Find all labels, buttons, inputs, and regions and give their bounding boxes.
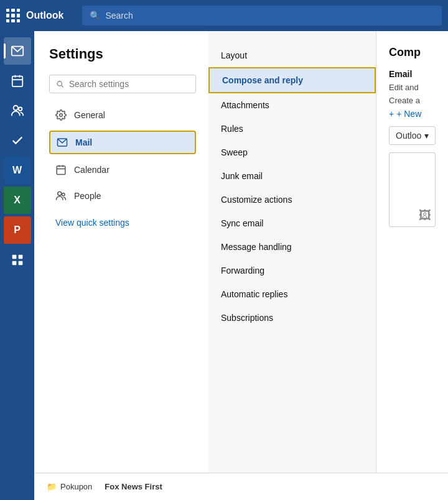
bottom-item-foxnews-label: Fox News First — [105, 482, 162, 491]
global-search-input[interactable] — [105, 11, 434, 21]
svg-rect-1 — [12, 76, 22, 87]
bottom-bar: 📁 Pokupon Fox News First — [34, 473, 448, 500]
nav-item-mail[interactable]: Mail — [49, 131, 196, 154]
nav-item-mail-label: Mail — [75, 137, 92, 147]
svg-rect-8 — [18, 255, 22, 259]
sidebar-icon-excel[interactable]: X — [4, 187, 31, 214]
nav-item-general-label: General — [74, 110, 105, 120]
people-nav-icon — [55, 190, 67, 201]
middle-item-message-handling[interactable]: Message handling — [208, 235, 376, 259]
middle-item-subscriptions[interactable]: Subscriptions — [208, 306, 376, 330]
settings-modal: Settings General Mail — [34, 31, 448, 473]
image-icon: 🖼 — [419, 208, 431, 223]
new-link-label: + New — [396, 109, 421, 119]
dropdown-box[interactable]: Outloo ▾ — [389, 126, 436, 145]
settings-title: Settings — [49, 46, 196, 62]
search-icon: 🔍 — [90, 11, 100, 21]
search-settings-box[interactable] — [49, 75, 196, 93]
settings-left-panel: Settings General Mail — [34, 31, 208, 473]
new-link[interactable]: + + New — [389, 109, 436, 119]
svg-rect-10 — [18, 261, 22, 266]
middle-item-forwarding[interactable]: Forwarding — [208, 259, 376, 282]
svg-rect-15 — [57, 166, 65, 175]
sidebar-icon-people[interactable] — [4, 97, 31, 124]
svg-line-12 — [62, 85, 63, 87]
middle-item-customize-actions[interactable]: Customize actions — [208, 188, 376, 211]
text-area-mock[interactable]: 🖼 — [389, 152, 436, 227]
sidebar-icon-word[interactable]: W — [4, 157, 31, 184]
svg-point-6 — [18, 108, 22, 111]
gear-icon — [55, 109, 67, 121]
right-subtitle: Email — [389, 69, 436, 79]
global-search-bar[interactable]: 🔍 — [82, 6, 442, 25]
middle-item-compose-reply[interactable]: Compose and reply — [208, 67, 376, 93]
middle-item-automatic-replies[interactable]: Automatic replies — [208, 282, 376, 306]
plus-icon: + — [389, 109, 394, 119]
search-settings-input[interactable] — [69, 79, 189, 89]
sidebar-icon-apps[interactable] — [4, 246, 31, 274]
sidebar-icon-calendar[interactable] — [4, 67, 31, 95]
right-text1: Edit and — [389, 83, 436, 92]
middle-item-layout[interactable]: Layout — [208, 44, 376, 67]
middle-item-junk-email[interactable]: Junk email — [208, 164, 376, 188]
search-settings-icon — [56, 80, 64, 88]
bottom-item-pokupon[interactable]: 📁 Pokupon — [47, 482, 92, 491]
svg-point-5 — [13, 106, 17, 110]
svg-rect-7 — [12, 255, 16, 259]
sidebar-icon-mail[interactable] — [4, 37, 31, 65]
svg-point-13 — [60, 114, 63, 117]
chevron-down-icon: ▾ — [424, 131, 429, 141]
sidebar-icon-powerpoint[interactable]: P — [4, 216, 31, 244]
right-text2: Create a — [389, 96, 436, 105]
sidebar-icon-tasks[interactable] — [4, 127, 31, 154]
settings-middle-panel: Layout Compose and reply Attachments Rul… — [208, 31, 376, 473]
nav-item-people-label: People — [74, 191, 101, 201]
nav-item-calendar[interactable]: Calendar — [49, 159, 196, 180]
view-quick-settings[interactable]: View quick settings — [49, 214, 196, 231]
middle-item-attachments[interactable]: Attachments — [208, 93, 376, 117]
calendar-nav-icon — [55, 164, 67, 175]
nav-item-calendar-label: Calendar — [74, 165, 110, 175]
svg-rect-9 — [12, 261, 16, 266]
nav-item-people[interactable]: People — [49, 185, 196, 206]
middle-item-rules[interactable]: Rules — [208, 117, 376, 141]
bottom-item-pokupon-label: Pokupon — [60, 482, 92, 491]
svg-point-11 — [57, 81, 62, 86]
middle-item-sweep[interactable]: Sweep — [208, 141, 376, 164]
mail-nav-icon — [57, 137, 68, 148]
top-bar: Outlook 🔍 — [0, 0, 448, 31]
dropdown-value: Outloo — [396, 131, 421, 141]
svg-point-20 — [62, 193, 65, 197]
svg-point-19 — [58, 192, 62, 195]
right-panel-title: Comp — [389, 46, 436, 59]
nav-item-general[interactable]: General — [49, 104, 196, 126]
middle-item-sync-email[interactable]: Sync email — [208, 211, 376, 235]
app-grid-icon[interactable] — [6, 9, 20, 22]
outlook-sidebar: W X P — [0, 31, 34, 500]
settings-right-panel: Comp Email Edit and Create a + + New Out… — [376, 31, 448, 473]
bottom-item-foxnews: Fox News First — [105, 482, 162, 491]
folder-icon: 📁 — [47, 482, 57, 491]
app-title: Outlook — [26, 10, 63, 21]
